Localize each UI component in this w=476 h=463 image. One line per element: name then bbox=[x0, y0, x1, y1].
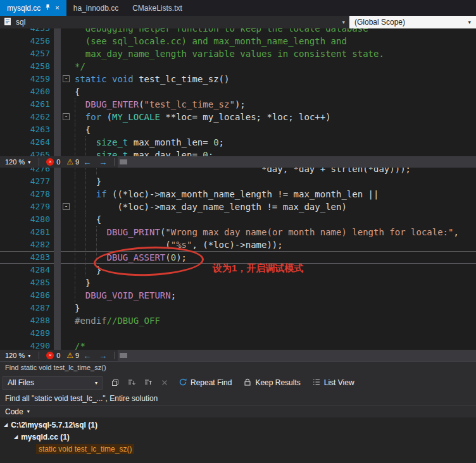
code-text[interactable]: DBUG_ENTER("test_lc_time_sz"); bbox=[72, 98, 476, 111]
line-number[interactable]: 4255 bbox=[0, 28, 54, 35]
code-text[interactable]: if ((*loc)->max_month_name_length != max… bbox=[72, 188, 476, 201]
line-number[interactable]: 4280 bbox=[0, 213, 54, 226]
horizontal-scrollbar[interactable] bbox=[118, 350, 476, 361]
code-line-4276[interactable]: 4276 *day, *day + strlen(*day))); bbox=[0, 168, 476, 175]
repeat-find-button[interactable]: Repeat Find bbox=[173, 376, 237, 390]
line-number[interactable]: 4262 bbox=[0, 111, 54, 123]
code-line-4262[interactable]: 4262- for (MY_LOCALE **loc= my_locales; … bbox=[0, 111, 476, 123]
code-line-4255[interactable]: 4255 debugging helper function to keep t… bbox=[0, 28, 476, 35]
expanded-triangle-icon[interactable]: ◢ bbox=[4, 422, 8, 428]
code-text[interactable]: } bbox=[72, 175, 476, 188]
scrollbar-thumb[interactable] bbox=[120, 353, 127, 358]
code-line-4286[interactable]: 4286 DBUG_VOID_RETURN; bbox=[0, 289, 476, 302]
code-text[interactable]: DBUG_PRINT("Wrong max day name(or month … bbox=[72, 226, 476, 238]
code-text[interactable]: (see sql_locale.cc) and max_month_name_l… bbox=[72, 35, 476, 47]
line-number[interactable]: 4290 bbox=[0, 340, 54, 350]
code-text[interactable]: #endif//DBUG_OFF bbox=[72, 314, 476, 327]
code-text[interactable]: debugging helper function to keep the lo… bbox=[72, 28, 476, 35]
scroll-left-icon[interactable]: ← bbox=[83, 351, 91, 361]
line-number[interactable]: 4261 bbox=[0, 98, 54, 111]
scroll-right-icon[interactable]: → bbox=[99, 351, 107, 361]
code-text[interactable]: } bbox=[72, 302, 476, 314]
line-number[interactable]: 4257 bbox=[0, 47, 54, 60]
line-number[interactable]: 4259 bbox=[0, 73, 54, 85]
editor-pane-bottom[interactable]: 4276 *day, *day + strlen(*day)));4277 }4… bbox=[0, 168, 476, 350]
line-number[interactable]: 4258 bbox=[0, 60, 54, 73]
line-number[interactable]: 4285 bbox=[0, 276, 54, 289]
scrollbar-thumb[interactable] bbox=[120, 159, 127, 164]
line-number[interactable]: 4284 bbox=[0, 264, 54, 276]
code-text[interactable]: } bbox=[72, 276, 476, 289]
list-view-button[interactable]: List View bbox=[307, 376, 360, 390]
pin-icon[interactable] bbox=[45, 4, 51, 13]
code-text[interactable]: { bbox=[72, 123, 476, 136]
code-text[interactable]: { bbox=[72, 85, 476, 98]
fold-collapse-icon[interactable]: - bbox=[63, 75, 70, 82]
find-tree-node[interactable]: ◢C:\2\mysql-5.7.12\sql (1) bbox=[0, 419, 476, 431]
warning-count[interactable]: 9 bbox=[75, 352, 79, 359]
code-line-4287[interactable]: 4287} bbox=[0, 302, 476, 314]
line-number[interactable]: 4287 bbox=[0, 302, 54, 314]
code-text[interactable]: DBUG_VOID_RETURN; bbox=[72, 289, 476, 302]
code-line-4263[interactable]: 4263 { bbox=[0, 123, 476, 136]
zoom-control[interactable]: 120 % ▾ bbox=[0, 352, 35, 359]
error-count[interactable]: 0 bbox=[56, 158, 60, 166]
code-line-4278[interactable]: 4278 if ((*loc)->max_month_name_length !… bbox=[0, 188, 476, 201]
code-line-4281[interactable]: 4281 DBUG_PRINT("Wrong max day name(or m… bbox=[0, 226, 476, 238]
code-line-4282[interactable]: 4282 ("%s", (*loc)->name)); bbox=[0, 238, 476, 251]
find-tree-node[interactable]: ◢mysqld.cc (1) bbox=[0, 431, 476, 443]
tab-ha-innodb-cc[interactable]: ha_innodb.cc bbox=[66, 0, 125, 16]
file-filter-dropdown[interactable]: All Files ▾ bbox=[3, 376, 103, 390]
line-number[interactable]: 4282 bbox=[0, 238, 54, 251]
expand-all-icon[interactable] bbox=[124, 376, 139, 390]
code-line-4279[interactable]: 4279- (*loc)->max_day_name_length != max… bbox=[0, 201, 476, 213]
line-number[interactable]: 4279 bbox=[0, 201, 54, 213]
code-line-4265[interactable]: 4265 size_t max_day_len= 0; bbox=[0, 149, 476, 156]
code-text[interactable]: { bbox=[72, 213, 476, 226]
horizontal-scrollbar[interactable] bbox=[118, 156, 476, 168]
line-number[interactable]: 4281 bbox=[0, 226, 54, 238]
fold-collapse-icon[interactable]: - bbox=[63, 203, 70, 210]
result-group-header[interactable]: Code ▾ bbox=[0, 405, 476, 417]
scroll-right-icon[interactable]: → bbox=[99, 157, 107, 167]
code-line-4283[interactable]: 4283 DBUG_ASSERT(0); bbox=[0, 251, 476, 264]
copy-icon[interactable] bbox=[108, 376, 123, 390]
code-text[interactable]: static void test_lc_time_sz() bbox=[72, 73, 476, 85]
code-line-4285[interactable]: 4285 } bbox=[0, 276, 476, 289]
code-text[interactable]: max_day_name_length variable values in c… bbox=[72, 47, 476, 60]
code-line-4258[interactable]: 4258*/ bbox=[0, 60, 476, 73]
close-icon[interactable]: × bbox=[55, 4, 59, 11]
code-line-4289[interactable]: 4289 bbox=[0, 327, 476, 340]
scope-dropdown[interactable]: (Global Scope) ▾ bbox=[349, 16, 476, 28]
code-line-4288[interactable]: 4288#endif//DBUG_OFF bbox=[0, 314, 476, 327]
code-line-4261[interactable]: 4261 DBUG_ENTER("test_lc_time_sz"); bbox=[0, 98, 476, 111]
code-text[interactable]: } bbox=[72, 264, 476, 276]
line-number[interactable]: 4278 bbox=[0, 188, 54, 201]
scroll-left-icon[interactable]: ← bbox=[83, 157, 91, 167]
clear-results-icon[interactable] bbox=[157, 376, 172, 390]
code-line-4257[interactable]: 4257 max_day_name_length variable values… bbox=[0, 47, 476, 60]
find-result-item[interactable]: static void test_lc_time_sz() bbox=[0, 443, 476, 455]
code-text[interactable]: *day, *day + strlen(*day))); bbox=[72, 168, 476, 175]
code-line-4260[interactable]: 4260{ bbox=[0, 85, 476, 98]
code-text[interactable]: */ bbox=[72, 60, 476, 73]
zoom-control[interactable]: 120 % ▾ bbox=[0, 158, 35, 166]
code-text[interactable] bbox=[72, 327, 476, 340]
project-dropdown[interactable]: sql ▾ bbox=[0, 16, 349, 28]
code-line-4280[interactable]: 4280 { bbox=[0, 213, 476, 226]
line-number[interactable]: 4276 bbox=[0, 168, 54, 175]
code-line-4259[interactable]: 4259-static void test_lc_time_sz() bbox=[0, 73, 476, 85]
line-number[interactable]: 4263 bbox=[0, 123, 54, 136]
code-text[interactable]: size_t max_day_len= 0; bbox=[72, 149, 476, 156]
line-number[interactable]: 4256 bbox=[0, 35, 54, 47]
code-line-4264[interactable]: 4264 size_t max_month_len= 0; bbox=[0, 136, 476, 149]
editor-pane-top[interactable]: 4255 debugging helper function to keep t… bbox=[0, 28, 476, 156]
expanded-triangle-icon[interactable]: ◢ bbox=[14, 434, 18, 440]
line-number[interactable]: 4283 bbox=[0, 251, 54, 264]
code-line-4256[interactable]: 4256 (see sql_locale.cc) and max_month_n… bbox=[0, 35, 476, 47]
line-number[interactable]: 4265 bbox=[0, 149, 54, 156]
code-line-4277[interactable]: 4277 } bbox=[0, 175, 476, 188]
code-text[interactable]: /* bbox=[72, 340, 476, 350]
line-number[interactable]: 4289 bbox=[0, 327, 54, 340]
keep-results-button[interactable]: Keep Results bbox=[238, 376, 305, 390]
